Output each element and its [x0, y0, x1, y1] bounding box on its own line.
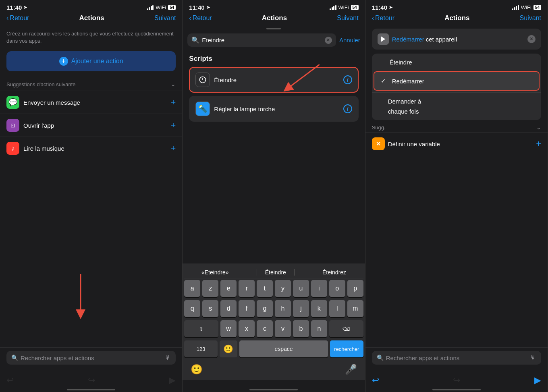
search-bar-top-2[interactable]: 🔍 Eteindre ✕ Annuler [183, 30, 365, 50]
cancel-button[interactable]: Annuler [339, 37, 360, 44]
location-arrow-icon-3: ➤ [389, 5, 392, 10]
dropdown-demander[interactable]: Demander à chaque fois [372, 92, 541, 120]
key-123[interactable]: 123 [184, 340, 218, 357]
key-h[interactable]: h [275, 300, 291, 317]
emoji-bottom-icon: 🙂 [191, 364, 203, 375]
dropdown-redemarrer[interactable]: ✓ Redémarrer [374, 72, 539, 90]
result-eteindre[interactable]: Éteindre i [189, 67, 358, 93]
autocomplete-2[interactable]: Éteindre [257, 269, 295, 276]
key-k[interactable]: k [311, 300, 327, 317]
key-i[interactable]: i [311, 280, 327, 297]
key-r[interactable]: r [239, 280, 255, 297]
next-button-2[interactable]: Suivant [337, 15, 358, 22]
nav-bar-1: ‹ Retour Actions Suivant [0, 12, 182, 25]
scripts-label: Scripts [189, 55, 358, 63]
action-plain-text: cet appareil [426, 36, 457, 43]
autocomplete-3[interactable]: Éteindrez [322, 269, 346, 276]
action-close-button[interactable]: ✕ [527, 35, 536, 43]
back-button-3[interactable]: ‹ Retour [372, 15, 394, 22]
key-m[interactable]: m [347, 300, 363, 317]
dropdown-eteindre[interactable]: Éteindre [372, 54, 541, 71]
search-bar-bottom-1[interactable]: 🔍 Rechercher apps et actions 🎙 [0, 347, 182, 368]
play-icon-1[interactable]: ▶ [169, 375, 176, 386]
info-button-eteindre[interactable]: i [343, 75, 352, 84]
sugg-item-variable[interactable]: ✕ Définir une variable + [365, 132, 548, 155]
dropdown-demander-label2: chaque fois [388, 108, 419, 115]
suggestions-header-1[interactable]: Suggestions d'action suivante ⌄ [0, 78, 182, 91]
location-arrow-icon-2: ➤ [206, 5, 210, 10]
add-music-button[interactable]: + [170, 143, 176, 153]
key-a[interactable]: a [184, 280, 200, 297]
result-lampe[interactable]: 🔦 Régler la lampe torche i [189, 96, 358, 122]
undo-icon-1[interactable]: ↩ [6, 375, 14, 386]
music-label: Lire la musique [23, 145, 64, 152]
back-button-1[interactable]: ‹ Retour [6, 15, 29, 22]
info-button-lampe[interactable]: i [343, 104, 352, 113]
add-variable-button[interactable]: + [536, 139, 541, 149]
search-input-1[interactable]: 🔍 Rechercher apps et actions 🎙 [6, 351, 176, 365]
key-backspace[interactable]: ⌫ [329, 320, 363, 337]
key-space[interactable]: espace [239, 340, 328, 357]
chevron-down-icon-1: ⌄ [171, 81, 176, 87]
key-t[interactable]: t [257, 280, 273, 297]
back-button-2[interactable]: ‹ Retour [189, 15, 212, 22]
key-q[interactable]: q [184, 300, 200, 317]
next-button-3[interactable]: Suivant [520, 15, 541, 22]
play-icon-3[interactable]: ▶ [534, 375, 541, 386]
key-o[interactable]: o [329, 280, 345, 297]
key-p[interactable]: p [347, 280, 363, 297]
keyboard-2[interactable]: «Eteindre» Éteindre Éteindrez a z e r t … [183, 263, 365, 380]
key-b[interactable]: b [293, 320, 309, 337]
search-placeholder-1: Rechercher apps et actions [21, 355, 162, 361]
key-x[interactable]: x [239, 320, 255, 337]
dropdown-demander-label: Demander à [388, 98, 421, 105]
action-item-music[interactable]: ♪ Lire la musique + [0, 137, 182, 160]
key-emoji[interactable]: 🙂 [220, 340, 237, 357]
search-field-2[interactable]: 🔍 Eteindre ✕ [187, 33, 336, 47]
suggestions-section-3[interactable]: Sugg. ⌄ [365, 121, 548, 132]
torch-icon: 🔦 [195, 102, 210, 116]
action-item-message[interactable]: 💬 Envoyer un message + [0, 91, 182, 114]
search-input-3[interactable]: 🔍 Rechercher apps et actions 🎙 [372, 351, 541, 365]
dropdown-menu[interactable]: Éteindre ✓ Redémarrer Demander à chaque … [372, 54, 541, 120]
status-bar-1: 11:40 ➤ WiFi 54 [0, 0, 182, 12]
undo-icon-3[interactable]: ↩ [372, 375, 379, 386]
key-e[interactable]: e [220, 280, 237, 297]
key-g[interactable]: g [257, 300, 273, 317]
add-action-button[interactable]: + Ajouter une action [6, 51, 176, 71]
key-shift[interactable]: ⇧ [184, 320, 218, 337]
search-bar-bottom-3[interactable]: 🔍 Rechercher apps et actions 🎙 [365, 347, 548, 368]
key-j[interactable]: j [293, 300, 309, 317]
dropdown-redemarrer-label: Redémarrer [392, 78, 424, 85]
mic-icon-3[interactable]: 🎙 [530, 354, 536, 361]
key-f[interactable]: f [239, 300, 255, 317]
mic-icon-1[interactable]: 🎙 [164, 354, 171, 361]
suggestions-label-3: Sugg. [372, 124, 386, 131]
key-d[interactable]: d [220, 300, 237, 317]
check-icon: ✓ [381, 77, 389, 85]
home-indicator-1 [67, 389, 115, 390]
action-highlight-text[interactable]: Redémarrer [392, 36, 424, 43]
redo-icon-3[interactable]: ↪ [453, 375, 460, 386]
key-l[interactable]: l [329, 300, 345, 317]
next-button-1[interactable]: Suivant [154, 15, 176, 22]
key-z[interactable]: z [202, 280, 218, 297]
add-app-button[interactable]: + [170, 120, 176, 131]
action-block-3[interactable]: Redémarrer cet appareil ✕ [372, 29, 541, 50]
add-message-button[interactable]: + [170, 97, 176, 108]
key-search[interactable]: rechercher [330, 340, 363, 357]
key-c[interactable]: c [257, 320, 273, 337]
redo-icon-1[interactable]: ↪ [88, 375, 95, 386]
mic-bottom-icon[interactable]: 🎤 [345, 364, 357, 375]
key-w[interactable]: w [220, 320, 237, 337]
key-s[interactable]: s [202, 300, 218, 317]
key-u[interactable]: u [293, 280, 309, 297]
key-n[interactable]: n [311, 320, 327, 337]
phone-panel-1: 11:40 ➤ WiFi 54 ‹ Retour Actions Suivant… [0, 0, 183, 392]
key-v[interactable]: v [275, 320, 291, 337]
action-item-app[interactable]: ⊡ Ouvrir l'app + [0, 114, 182, 137]
suggestions-chevron-3[interactable]: ⌄ [536, 124, 541, 131]
clear-search-button[interactable]: ✕ [325, 37, 332, 44]
key-y[interactable]: y [275, 280, 291, 297]
autocomplete-1[interactable]: «Eteindre» [201, 269, 229, 276]
